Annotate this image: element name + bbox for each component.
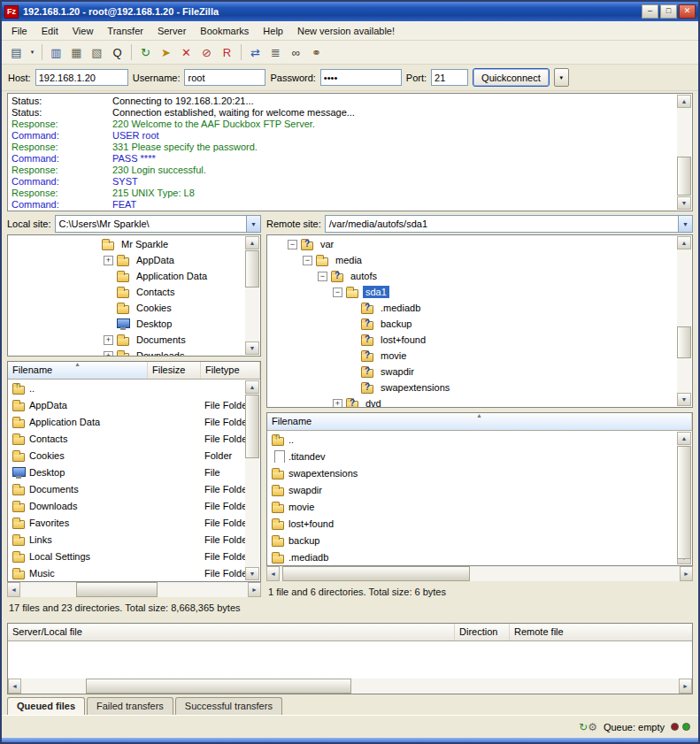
- scrollbar-thumb[interactable]: [677, 326, 691, 358]
- queue-column-header-direction[interactable]: Direction: [455, 624, 510, 640]
- scroll-left-icon[interactable]: [7, 582, 20, 597]
- menu-help[interactable]: Help: [256, 23, 290, 39]
- local-file-row[interactable]: ContactsFile Folder: [8, 430, 245, 447]
- title-bar[interactable]: Fz 192.168.1.20 - root@192.168.1.20 - Fi…: [2, 2, 698, 21]
- quickconnect-button[interactable]: Quickconnect: [473, 68, 550, 87]
- remote-tree-item[interactable]: ?swapdir: [267, 364, 676, 380]
- local-file-row[interactable]: Local SettingsFile Folder: [8, 548, 245, 564]
- menu-new-version-available[interactable]: New version available!: [290, 23, 402, 39]
- local-site-combo[interactable]: C:\Users\Mr Sparkle\: [55, 215, 261, 233]
- local-file-row[interactable]: DesktopFile: [8, 464, 245, 480]
- remote-file-row[interactable]: swapextensions: [267, 464, 677, 481]
- scroll-left-icon[interactable]: [266, 566, 280, 581]
- scroll-down-icon[interactable]: [245, 341, 259, 355]
- queue-column-header-remote-file[interactable]: Remote file: [510, 624, 692, 640]
- site-manager-dropdown[interactable]: [27, 42, 38, 63]
- password-input[interactable]: [320, 69, 402, 86]
- local-file-row[interactable]: MusicFile Folder: [8, 564, 245, 581]
- remote-file-row[interactable]: .titandev: [267, 448, 677, 464]
- remote-column-header-filename[interactable]: Filename▲: [267, 413, 692, 430]
- minimize-button[interactable]: –: [642, 4, 658, 19]
- local-tree-item[interactable]: Desktop: [8, 316, 244, 332]
- remote-tree-item[interactable]: −?var: [267, 236, 676, 252]
- remote-tree-item[interactable]: −media: [267, 252, 676, 268]
- scroll-up-icon[interactable]: [677, 95, 691, 108]
- remote-tree-item[interactable]: ?lost+found: [267, 332, 676, 348]
- process-queue-button[interactable]: ➤: [156, 42, 176, 63]
- remote-tree-item[interactable]: ?backup: [267, 316, 676, 332]
- scroll-up-icon[interactable]: [245, 380, 259, 394]
- local-list-hscrollbar[interactable]: [7, 582, 261, 597]
- remote-file-row[interactable]: backup: [267, 532, 677, 548]
- scroll-down-icon[interactable]: [245, 567, 259, 580]
- toggle-message-log-button[interactable]: ▥: [46, 42, 66, 63]
- menu-transfer[interactable]: Transfer: [100, 23, 150, 39]
- local-column-header-filetype[interactable]: Filetype: [201, 362, 260, 379]
- scroll-right-icon[interactable]: [679, 679, 692, 694]
- tree-expander-icon[interactable]: −: [303, 256, 312, 265]
- local-file-row[interactable]: CookiesFolder: [8, 447, 245, 464]
- remote-tree-item[interactable]: −?autofs: [267, 268, 676, 284]
- scroll-right-icon[interactable]: [680, 566, 693, 581]
- local-file-row[interactable]: DocumentsFile Folder: [8, 480, 245, 497]
- local-tree-item[interactable]: Application Data: [8, 268, 244, 284]
- local-tree-scrollbar[interactable]: [245, 236, 259, 355]
- message-log-scrollbar[interactable]: [677, 95, 691, 210]
- host-input[interactable]: [35, 69, 128, 86]
- scrollbar-thumb[interactable]: [76, 582, 158, 597]
- settings-icon[interactable]: ⚙: [588, 721, 597, 733]
- scrollbar-thumb[interactable]: [86, 679, 351, 694]
- remote-tree-item[interactable]: ?.mediadb: [267, 300, 676, 316]
- tree-expander-icon[interactable]: +: [333, 399, 342, 409]
- scrollbar-thumb[interactable]: [282, 566, 470, 581]
- local-tree-item[interactable]: +AppData: [8, 252, 244, 268]
- local-tree-item[interactable]: +Downloads: [8, 348, 244, 357]
- remote-file-row[interactable]: swapdir: [267, 481, 677, 498]
- remote-tree-item[interactable]: +?dvd: [267, 395, 676, 408]
- local-file-row[interactable]: LinksFile Folder: [8, 531, 245, 548]
- local-column-header-filename[interactable]: Filename▲: [8, 362, 148, 379]
- toggle-queue-button[interactable]: Q: [107, 42, 127, 63]
- remote-file-row[interactable]: ↑..: [267, 431, 677, 448]
- remote-list-hscrollbar[interactable]: [266, 566, 693, 581]
- toggle-remote-tree-button[interactable]: ▧: [87, 42, 107, 63]
- tree-expander-icon[interactable]: +: [104, 335, 113, 345]
- local-tree-item[interactable]: +Documents: [8, 332, 244, 348]
- local-file-row[interactable]: AppDataFile Folder: [8, 396, 245, 413]
- remote-file-row[interactable]: movie: [267, 498, 677, 515]
- refresh-button[interactable]: ↻: [135, 42, 156, 63]
- menu-server[interactable]: Server: [150, 23, 193, 39]
- local-tree-item[interactable]: Contacts: [8, 284, 244, 300]
- tab-failed-transfers[interactable]: Failed transfers: [87, 697, 173, 715]
- scroll-up-icon[interactable]: [677, 236, 691, 249]
- cancel-button[interactable]: ✕: [176, 42, 196, 63]
- scrollbar-thumb[interactable]: [245, 250, 259, 288]
- scroll-left-icon[interactable]: [8, 679, 21, 694]
- remote-file-row[interactable]: lost+found: [267, 515, 677, 532]
- scroll-down-icon[interactable]: [677, 393, 691, 406]
- tree-expander-icon[interactable]: −: [318, 272, 327, 281]
- chevron-down-icon[interactable]: [678, 216, 692, 232]
- close-button[interactable]: ✕: [679, 4, 696, 19]
- local-column-header-filesize[interactable]: Filesize: [148, 362, 201, 379]
- directory-comparison-button[interactable]: ≣: [265, 42, 286, 63]
- synchronized-browsing-button[interactable]: ⇄: [245, 42, 265, 63]
- local-file-row[interactable]: FavoritesFile Folder: [8, 514, 245, 531]
- tab-queued-files[interactable]: Queued files: [7, 697, 85, 715]
- local-file-row[interactable]: ↑..: [8, 380, 245, 396]
- menu-edit[interactable]: Edit: [35, 23, 65, 39]
- tab-successful-transfers[interactable]: Successful transfers: [175, 697, 282, 715]
- remote-tree-item[interactable]: −sda1: [267, 284, 676, 300]
- menu-file[interactable]: File: [4, 23, 35, 39]
- queue-hscrollbar[interactable]: [8, 679, 692, 694]
- disconnect-button[interactable]: ⊘: [196, 42, 217, 63]
- local-tree-item[interactable]: Cookies: [8, 300, 244, 316]
- username-input[interactable]: [184, 69, 265, 86]
- search-button[interactable]: ⚭: [306, 42, 327, 63]
- scroll-up-icon[interactable]: [677, 432, 691, 445]
- remote-file-row[interactable]: .mediadb: [267, 548, 677, 565]
- queue-column-header-server-local-file[interactable]: Server/Local file: [8, 624, 455, 640]
- chevron-down-icon[interactable]: [246, 216, 260, 232]
- tree-expander-icon[interactable]: +: [104, 256, 113, 265]
- remote-site-combo[interactable]: /var/media/autofs/sda1: [325, 215, 693, 233]
